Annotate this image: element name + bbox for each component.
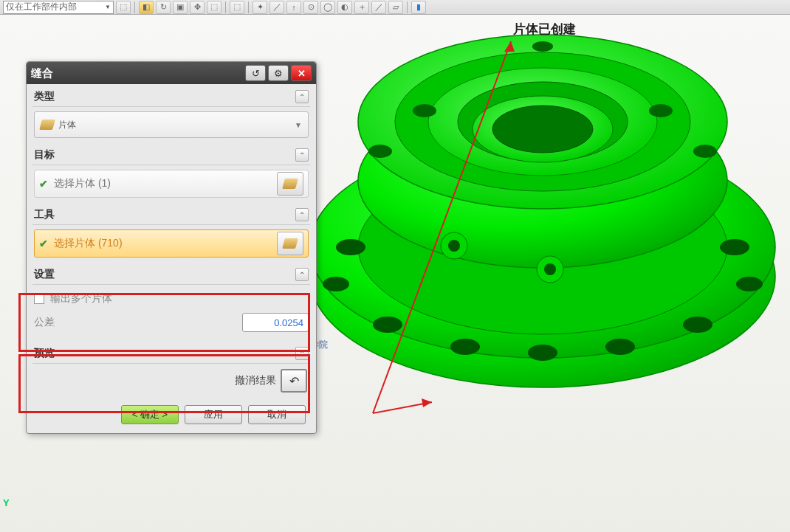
section-preview-label: 预览 [34,347,55,360]
svg-point-18 [736,277,763,291]
target-selection-row[interactable]: ✔ 选择片体 (1) [34,170,309,198]
section-collapse-button[interactable]: ⌃ [295,208,309,221]
top-toolbar: 仅在工作部件内部 ▼ ⬚ ◧ ↻ ▣ ✥ ⬚ ⬚ ✦ ／ ↑ ⊙ ◯ ◐ ＋ ／… [0,0,790,15]
toolbar-separator [134,1,135,13]
svg-point-27 [544,263,556,275]
svg-point-11 [649,104,673,117]
dialog-settings-button[interactable]: ⚙ [268,65,289,81]
svg-point-19 [373,317,402,333]
section-collapse-button[interactable]: ⌃ [295,268,309,281]
svg-point-23 [528,345,557,361]
section-tool-label: 工具 [34,208,55,221]
svg-point-9 [492,106,593,153]
chevron-down-icon: ▼ [105,4,111,10]
sheet-body-icon [282,238,298,249]
svg-point-17 [323,277,349,291]
toolbar-icon[interactable]: ◯ [320,1,335,14]
model-graphic [295,26,790,446]
toolbar-icon[interactable]: ↻ [156,1,171,14]
toolbar-icon[interactable]: ✦ [253,1,267,14]
toolbar-icon[interactable]: ▱ [388,1,403,14]
tolerance-input[interactable] [242,313,309,332]
toolbar-separator [248,1,249,13]
dialog-footer: < 确定 > 应用 取消 [32,398,310,427]
svg-point-25 [448,240,460,252]
output-multiple-label: 输出多个片体 [50,292,112,305]
apply-button[interactable]: 应用 [185,405,242,424]
toolbar-separator [225,1,226,13]
svg-point-16 [720,239,749,255]
section-preview: 预览 ⌃ 撤消结果 ↶ [32,344,310,398]
toolbar-icon[interactable]: ▮ [411,1,426,14]
dialog-reset-button[interactable]: ↺ [245,65,266,81]
check-icon: ✔ [39,238,48,249]
cancel-button[interactable]: 取消 [248,405,306,424]
chevron-down-icon: ▼ [295,121,302,129]
tool-selection-row[interactable]: ✔ 选择片体 (710) [34,229,309,258]
section-target-label: 目标 [34,148,55,162]
axis-label-y: Y [3,497,10,508]
dialog-title-text: 缝合 [31,66,53,80]
tolerance-label: 公差 [34,316,55,329]
check-icon: ✔ [39,178,48,190]
toolbar-icon[interactable]: ⊙ [303,1,318,14]
section-tool: 工具 ⌃ ✔ 选择片体 (710) [32,205,310,262]
toolbar-separator [407,1,408,13]
toolbar-icon[interactable]: ／ [269,1,284,14]
section-collapse-button[interactable]: ⌃ [295,347,309,360]
toolbar-icon[interactable]: ↑ [286,1,301,14]
svg-point-22 [605,339,635,355]
ok-button[interactable]: < 确定 > [121,405,179,424]
svg-point-20 [683,317,712,333]
tool-selection-text: 选择片体 (710) [54,237,123,250]
scope-dropdown-text: 仅在工作部件内部 [6,1,77,13]
model-status-text: 片体已创建 [513,21,576,38]
undo-result-label: 撤消结果 [235,374,276,387]
dialog-titlebar[interactable]: 缝合 ↺ ⚙ ✕ [27,62,316,84]
output-multiple-checkbox[interactable] [34,294,44,304]
sew-dialog: 缝合 ↺ ⚙ ✕ 类型 ⌃ 片体 ▼ [26,61,317,434]
toolbar-icon[interactable]: ⬚ [207,1,221,14]
sheet-body-icon [39,120,55,130]
section-target: 目标 ⌃ ✔ 选择片体 (1) [32,145,310,202]
section-collapse-button[interactable]: ⌃ [295,148,309,162]
svg-point-15 [336,239,365,255]
toolbar-icon[interactable]: ／ [371,1,386,14]
tool-pick-button[interactable] [277,232,303,255]
dialog-close-button[interactable]: ✕ [291,65,312,81]
toolbar-icon[interactable]: ＋ [354,1,369,14]
scope-dropdown[interactable]: 仅在工作部件内部 ▼ [3,1,114,14]
section-type-label: 类型 [34,90,55,103]
svg-point-12 [368,145,392,158]
svg-point-21 [450,339,480,355]
target-selection-text: 选择片体 (1) [54,177,111,190]
section-settings-label: 设置 [34,268,55,281]
section-type: 类型 ⌃ 片体 ▼ [32,87,310,142]
svg-point-14 [532,41,553,52]
sheet-body-icon [282,179,298,189]
svg-point-10 [413,104,436,117]
section-collapse-button[interactable]: ⌃ [295,90,309,103]
toolbar-icon[interactable]: ✥ [190,1,205,14]
section-settings: 设置 ⌃ 输出多个片体 公差 [32,265,310,341]
svg-point-13 [693,145,717,158]
target-pick-button[interactable] [277,172,303,196]
type-dropdown[interactable]: 片体 ▼ [34,111,309,138]
toolbar-icon[interactable]: ◐ [337,1,352,14]
toolbar-icon[interactable]: ◧ [139,1,154,14]
toolbar-icon[interactable]: ⬚ [230,1,244,14]
type-dropdown-value: 片体 [58,119,76,131]
toolbar-icon[interactable]: ▣ [173,1,188,14]
toolbar-icon[interactable]: ⬚ [116,1,131,14]
undo-result-button[interactable]: ↶ [281,369,307,393]
